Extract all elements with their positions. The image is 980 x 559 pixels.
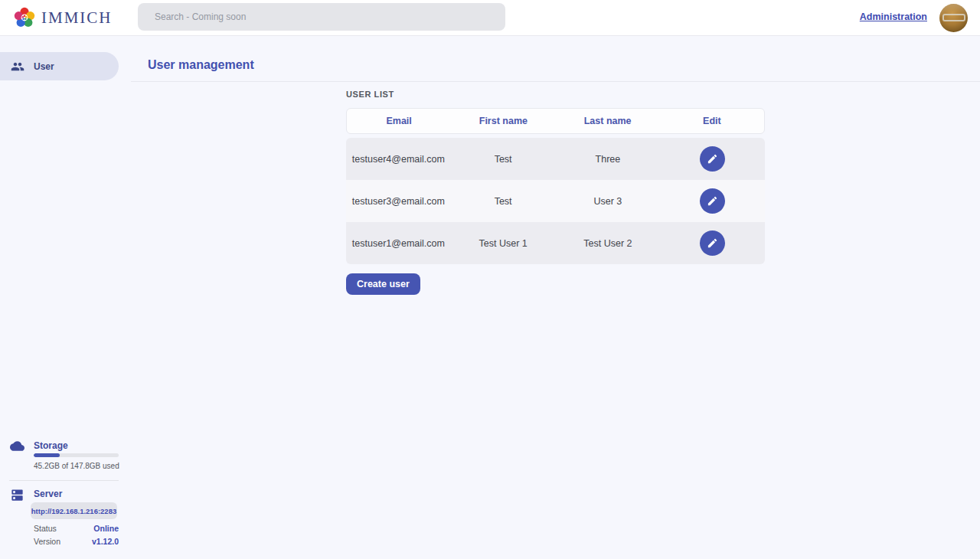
status-value: Online — [93, 524, 119, 533]
table-row: testuser1@email.com Test User 1 Test Use… — [346, 222, 765, 264]
title-divider — [131, 81, 980, 82]
app-header: IMMICH Administration — [0, 0, 980, 36]
cell-edit — [660, 230, 765, 256]
app-logo[interactable]: IMMICH — [12, 5, 113, 30]
storage-progress-fill — [34, 453, 60, 457]
column-header-last-name: Last name — [556, 116, 660, 126]
storage-usage-text: 45.2GB of 147.8GB used — [34, 462, 119, 470]
users-group-icon — [11, 60, 24, 74]
storage-title: Storage — [34, 440, 68, 451]
cell-first-name: Test — [451, 154, 556, 165]
server-url-badge: http://192.168.1.216:2283 — [31, 502, 117, 519]
page-title: User management — [148, 58, 254, 72]
cell-last-name: Three — [556, 154, 661, 165]
immich-flower-icon — [12, 5, 37, 30]
page-body: User User management USER LIST Email Fir… — [0, 36, 980, 559]
cell-email: testuser4@email.com — [346, 154, 451, 165]
edit-user-button[interactable] — [700, 230, 725, 256]
cell-email: testuser1@email.com — [346, 238, 451, 249]
status-label: Status — [34, 524, 57, 533]
table-row: testuser3@email.com Test User 3 — [346, 180, 765, 222]
cloud-icon — [10, 439, 24, 453]
server-title: Server — [34, 489, 62, 499]
table-header-row: Email First name Last name Edit — [346, 108, 765, 134]
cell-last-name: User 3 — [556, 196, 661, 207]
sidebar-item-user[interactable]: User — [0, 52, 119, 80]
version-label: Version — [34, 537, 60, 546]
cell-email: testuser3@email.com — [346, 196, 451, 207]
search-input[interactable] — [138, 3, 505, 31]
edit-user-button[interactable] — [700, 146, 725, 172]
column-header-edit: Edit — [660, 116, 764, 126]
version-value: v1.12.0 — [92, 537, 119, 546]
cell-first-name: Test User 1 — [451, 238, 556, 249]
cell-edit — [660, 188, 765, 214]
pencil-icon — [707, 237, 718, 249]
table-body: testuser4@email.com Test Three testuser3… — [346, 138, 765, 264]
cell-last-name: Test User 2 — [556, 238, 661, 249]
user-table: Email First name Last name Edit testuser… — [346, 108, 765, 264]
server-status-row: Status Online — [34, 524, 119, 533]
server-version-row: Version v1.12.0 — [34, 537, 119, 546]
sidebar-divider — [9, 480, 119, 481]
create-user-button[interactable]: Create user — [346, 273, 420, 295]
sidebar-item-label: User — [34, 61, 54, 72]
dns-server-icon — [10, 488, 24, 502]
app-name: IMMICH — [41, 8, 113, 28]
user-avatar[interactable] — [939, 4, 968, 32]
cell-first-name: Test — [451, 196, 556, 207]
cell-edit — [660, 146, 765, 172]
pencil-icon — [707, 195, 718, 207]
pencil-icon — [707, 153, 718, 165]
section-title: USER LIST — [346, 90, 394, 99]
column-header-email: Email — [347, 116, 451, 126]
storage-progress-bar — [34, 453, 119, 457]
edit-user-button[interactable] — [700, 188, 725, 214]
column-header-first-name: First name — [451, 116, 555, 126]
administration-link[interactable]: Administration — [860, 11, 927, 22]
table-row: testuser4@email.com Test Three — [346, 138, 765, 180]
